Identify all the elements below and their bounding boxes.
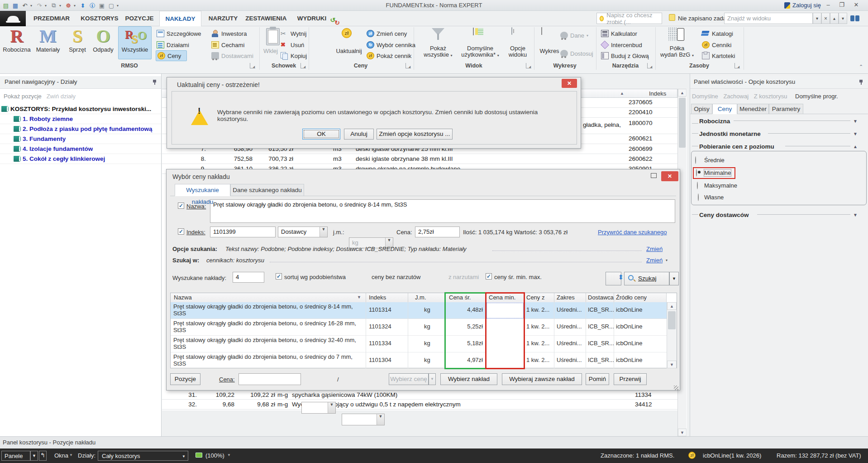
tree-item-5[interactable]: 5. Cokół z cegły klinkierowej: [0, 154, 161, 164]
materialy-button[interactable]: Materiały: [33, 46, 63, 53]
szukaj-button[interactable]: Szukaj: [624, 272, 669, 285]
katalogi-button[interactable]: Katalogi: [702, 28, 740, 39]
updown-button[interactable]: [606, 272, 621, 285]
find-next-button[interactable]: ▾: [839, 13, 847, 24]
wyszukane-input[interactable]: 4: [233, 272, 264, 283]
name-input[interactable]: Pręt stalowy okrągły gładki do zbrojenia…: [210, 199, 675, 223]
index-checkbox[interactable]: ✓: [178, 228, 184, 235]
col-nazwa[interactable]: Nazwa▼: [171, 293, 366, 302]
zasoby-dialog-launcher[interactable]: [734, 63, 740, 68]
zachowaj-link[interactable]: Zachowaj: [723, 93, 749, 100]
col-zrodlo[interactable]: Źródło ceny: [614, 293, 667, 302]
result-row-1[interactable]: Pręt stalowy okrągły gładki do zbrojenia…: [171, 302, 667, 319]
tab-narzuty[interactable]: NARZUTY: [206, 11, 240, 26]
warning-close-button[interactable]: ✕: [562, 79, 577, 88]
cechami-button[interactable]: Cechami: [211, 39, 257, 50]
results-scrollbar[interactable]: ▲ ▼: [667, 302, 677, 368]
picker-tab-search[interactable]: Wyszukanie nakładu: [175, 184, 230, 196]
picker-close-button[interactable]: ✕: [661, 171, 678, 181]
szczegolowe-button[interactable]: Szczegółowe: [157, 28, 210, 39]
okna-dropdown[interactable]: Okna: [54, 452, 68, 459]
picker-tab-data[interactable]: Dane szukanego nakładu: [230, 184, 304, 196]
minimalne-label[interactable]: Minimalne: [704, 169, 731, 176]
tellme-search[interactable]: Napisz co chcesz zrobić (...: [596, 13, 662, 24]
buduj-z-glowa-button[interactable]: Buduj z Głową: [601, 50, 653, 61]
dostawcami-button[interactable]: Dostawcami: [211, 50, 258, 61]
cenniki-button[interactable]: złCenniki: [702, 39, 740, 50]
maximize-button[interactable]: ❐: [836, 1, 847, 8]
zmien-dropdown-icon[interactable]: ▾: [666, 258, 668, 262]
panele-back[interactable]: ↰: [39, 451, 47, 461]
login-button[interactable]: Zaloguj się: [792, 2, 821, 9]
domyslne-link[interactable]: Domyślne: [692, 93, 718, 100]
sec-pobieranie-chevron[interactable]: ▲: [853, 144, 858, 149]
find-dropdown-button[interactable]: ▾: [813, 13, 821, 24]
col-indeks[interactable]: Indeks: [366, 293, 408, 302]
tab-pozycje[interactable]: POZYCJE: [125, 11, 154, 26]
ok-button[interactable]: OK: [302, 129, 340, 140]
find-in-view-input[interactable]: Znajdź w widoku: [724, 13, 813, 24]
pokaz-pozycje-link[interactable]: Pokaż pozycje: [4, 93, 42, 100]
kartoteki-button[interactable]: Kartoteki: [702, 50, 740, 61]
panele-arrow[interactable]: ▼: [30, 451, 38, 461]
dzialy-combo[interactable]: Cały kosztorys▼: [98, 451, 188, 461]
sort-checkbox[interactable]: ✓: [276, 273, 282, 280]
kalkulator-button[interactable]: Kalkulator: [601, 28, 646, 39]
app-menu-button[interactable]: [0, 11, 26, 26]
zwin-dzialy-link[interactable]: Zwiń działy: [47, 93, 76, 100]
resize-grip[interactable]: [674, 386, 678, 390]
pomin-button[interactable]: Pomiń: [586, 373, 609, 385]
polka-wydan-button[interactable]: Półkawydań BzG ▾: [660, 26, 694, 59]
wytnij-button[interactable]: ✂Wytnij: [281, 28, 308, 39]
dane-button[interactable]: Dane ▾: [560, 30, 592, 41]
result-row-4[interactable]: Pręt stalowy okrągły gładki do zbrojenia…: [171, 352, 667, 368]
z-kosztorysu-link[interactable]: Z kosztorysu: [754, 93, 787, 100]
sec-robocizna-chevron[interactable]: ▼: [853, 119, 858, 124]
picker-maximize-button[interactable]: [651, 173, 657, 178]
rmso-dialog-launcher[interactable]: [250, 63, 255, 68]
pokaz-cennik-button[interactable]: złPokaż cennik: [367, 50, 415, 61]
tree-item-4[interactable]: 4. Izolacje fundamentów: [0, 144, 161, 154]
footer-cena-input[interactable]: [238, 373, 301, 385]
find-prev-button[interactable]: ▴: [830, 13, 839, 24]
restore-link[interactable]: Przywróć dane szukanego: [598, 229, 667, 236]
tree-item-3[interactable]: 3. Fundamenty: [0, 134, 161, 144]
col-cena-sr[interactable]: Cena śr.: [446, 293, 486, 302]
sec-robocizna[interactable]: Robocizna: [699, 118, 730, 125]
dzialami-button[interactable]: Działami: [157, 39, 210, 50]
dostosuj-button[interactable]: Dostosuj: [560, 48, 592, 59]
uaktualnij-button[interactable]: zł↻↺ Uaktualnij: [333, 26, 365, 59]
wybor-cennika-button[interactable]: ↻Wybór cennika: [367, 39, 416, 50]
col-cena-min[interactable]: Cena min.: [486, 293, 524, 302]
ribbon-collapse-icon[interactable]: ⌃: [859, 64, 863, 70]
props-tab-ceny[interactable]: Ceny: [712, 104, 737, 114]
wybieraj-zawsze-button[interactable]: Wybieraj zawsze nakład: [502, 373, 582, 385]
tab-przedmiar[interactable]: PRZEDMIAR: [29, 11, 74, 26]
sec-jednostki-chevron[interactable]: ▼: [853, 131, 858, 136]
opcje-widoku-button[interactable]: Opcjewidoku: [503, 26, 532, 59]
wybierz-cene-button[interactable]: Wybierz cenę: [389, 373, 429, 385]
pokaz-wszystkie-button[interactable]: Pokażwszystkie ▾: [420, 26, 456, 59]
minimize-button[interactable]: –: [823, 1, 834, 8]
supplier-combo[interactable]: Dostawcy▼: [278, 227, 328, 237]
sec-ceny-dostawcow-chevron[interactable]: ▼: [853, 212, 858, 217]
domyslne-uzytkownika-button[interactable]: Domyślneużytkownika* ▾: [458, 26, 502, 59]
footer-combo-1[interactable]: ▼: [301, 402, 336, 414]
props-tab-opisy[interactable]: Opisy: [691, 104, 712, 114]
zoom-label[interactable]: (100%): [205, 452, 224, 459]
inwestora-button[interactable]: Inwestora: [211, 28, 257, 39]
srminmax-checkbox[interactable]: ✓: [486, 273, 492, 280]
sec-jednostki[interactable]: Jednostki monetarne: [699, 130, 761, 137]
zmien-opcje-button[interactable]: Zmień opcje kosztorysu ...: [377, 129, 453, 140]
zmien-opcje-link[interactable]: Zmień: [646, 246, 663, 252]
sec-ceny-dostawcow[interactable]: Ceny dostawców: [699, 212, 749, 218]
panele-dropdown[interactable]: Panele: [1, 451, 30, 461]
domyslne-progr-link[interactable]: Domyślne progr.: [795, 93, 838, 100]
minimalne-radio[interactable]: [696, 169, 697, 177]
close-button[interactable]: ✕: [851, 1, 862, 8]
maksymalne-radio[interactable]: [697, 182, 698, 189]
props-tab-menedzer[interactable]: Menedżer: [737, 104, 769, 114]
binoculars-icon[interactable]: [850, 14, 860, 22]
result-row-3[interactable]: Pręt stalowy okrągły gładki do zbrojenia…: [171, 336, 667, 352]
props-tab-parametry[interactable]: Parametry: [769, 104, 803, 114]
